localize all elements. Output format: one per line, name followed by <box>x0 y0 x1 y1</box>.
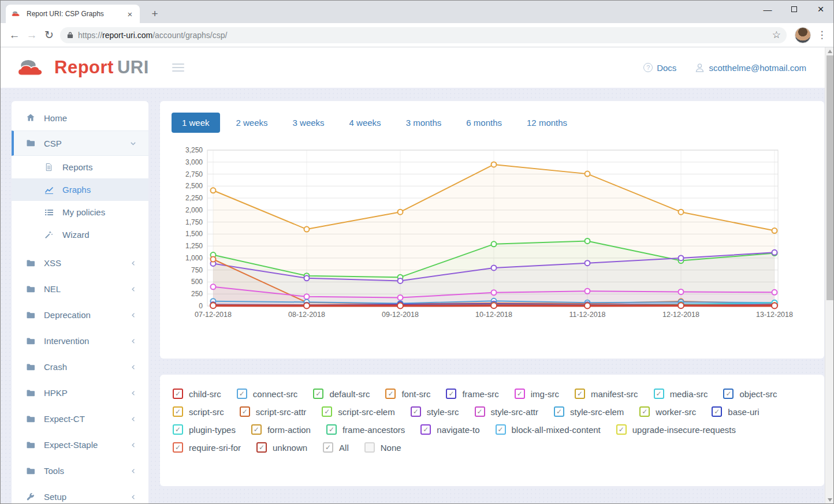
sidebar-item-csp[interactable]: CSP <box>12 130 148 156</box>
browser-menu-icon[interactable]: ⋮ <box>816 29 828 41</box>
filter-img-src[interactable]: ✓img-src <box>515 389 559 399</box>
checkbox-worker-src[interactable]: ✓ <box>639 406 650 417</box>
period-tab-3-months[interactable]: 3 months <box>397 113 450 133</box>
period-tab-2-weeks[interactable]: 2 weeks <box>228 113 277 133</box>
checkbox-manifest-src[interactable]: ✓ <box>575 389 585 399</box>
url-input[interactable]: https://report-uri.com/account/graphs/cs… <box>60 27 787 43</box>
filter-connect-src[interactable]: ✓connect-src <box>237 389 298 399</box>
checkbox-media-src[interactable]: ✓ <box>654 389 664 399</box>
bookmark-star-icon[interactable]: ☆ <box>772 29 781 41</box>
sidebar-item-deprecation[interactable]: Deprecation <box>12 302 148 328</box>
filter-frame-src[interactable]: ✓frame-src <box>446 389 498 399</box>
filter-worker-src[interactable]: ✓worker-src <box>639 406 696 417</box>
checkbox-style-src-elem[interactable]: ✓ <box>554 406 564 417</box>
docs-link[interactable]: ? Docs <box>643 63 676 73</box>
checkbox-style-src[interactable]: ✓ <box>411 406 421 417</box>
filter-style-src[interactable]: ✓style-src <box>411 406 459 417</box>
reload-icon[interactable]: ↻ <box>40 28 58 42</box>
sidebar-item-home[interactable]: Home <box>12 105 148 130</box>
filter-none[interactable]: None <box>364 442 401 453</box>
checkbox-navigate-to[interactable]: ✓ <box>420 424 431 435</box>
period-tab-6-months[interactable]: 6 months <box>457 113 511 133</box>
checkbox-none[interactable] <box>364 442 375 453</box>
checkbox-block-all-mixed-content[interactable]: ✓ <box>496 424 506 435</box>
filter-child-src[interactable]: ✓child-src <box>173 389 221 399</box>
sidebar-item-xss[interactable]: XSS <box>12 250 148 276</box>
scrollbar-thumb[interactable] <box>826 55 833 300</box>
checkbox-script-src-attr[interactable]: ✓ <box>240 406 250 417</box>
scrollbar-down-icon[interactable] <box>828 498 832 502</box>
checkbox-all[interactable]: ✓ <box>323 442 333 453</box>
sidebar-item-hpkp[interactable]: HPKP <box>12 380 148 406</box>
filter-navigate-to[interactable]: ✓navigate-to <box>420 424 479 435</box>
page-scrollbar[interactable] <box>825 47 834 504</box>
sidebar-item-nel[interactable]: NEL <box>12 276 148 302</box>
filter-script-src-attr[interactable]: ✓script-src-attr <box>240 406 307 417</box>
forward-icon[interactable]: → <box>23 29 40 42</box>
filter-require-sri-for[interactable]: ✓require-sri-for <box>173 442 241 453</box>
filter-base-uri[interactable]: ✓base-uri <box>712 406 759 417</box>
account-link[interactable]: scotthelme@hotmail.com <box>695 63 806 73</box>
sidebar-item-tools[interactable]: Tools <box>12 458 148 484</box>
filter-object-src[interactable]: ✓object-src <box>723 389 777 399</box>
checkbox-upgrade-insecure-requests[interactable]: ✓ <box>616 424 627 435</box>
checkbox-plugin-types[interactable]: ✓ <box>173 424 183 435</box>
checkbox-font-src[interactable]: ✓ <box>385 389 396 399</box>
filter-style-src-attr[interactable]: ✓style-src-attr <box>475 406 539 417</box>
checkbox-frame-ancestors[interactable]: ✓ <box>326 424 337 435</box>
new-tab-button[interactable]: + <box>147 6 163 22</box>
checkbox-connect-src[interactable]: ✓ <box>237 389 247 399</box>
period-tab-4-weeks[interactable]: 4 weeks <box>341 113 390 133</box>
period-tab-3-weeks[interactable]: 3 weeks <box>284 113 333 133</box>
browser-tab[interactable]: Report URI: CSP Graphs × <box>6 5 140 23</box>
profile-avatar[interactable] <box>795 27 811 43</box>
chevron-down-icon <box>129 140 137 147</box>
filter-media-src[interactable]: ✓media-src <box>654 389 708 399</box>
checkbox-unknown[interactable]: ✓ <box>256 442 267 453</box>
scrollbar-up-icon[interactable] <box>828 50 832 53</box>
sidebar-item-wizard[interactable]: Wizard <box>12 223 148 246</box>
checkbox-default-src[interactable]: ✓ <box>313 389 323 399</box>
hamburger-menu-icon[interactable] <box>172 64 184 72</box>
back-icon[interactable]: ← <box>6 29 23 42</box>
sidebar-item-my-policies[interactable]: My policies <box>12 201 148 223</box>
minimize-button[interactable]: — <box>754 0 781 18</box>
filter-style-src-elem[interactable]: ✓style-src-elem <box>554 406 624 417</box>
sidebar-item-setup[interactable]: Setup <box>12 484 148 504</box>
filter-upgrade-insecure-requests[interactable]: ✓upgrade-insecure-requests <box>616 424 736 435</box>
period-tab-12-months[interactable]: 12 months <box>518 113 576 133</box>
sidebar-item-reports[interactable]: Reports <box>12 156 148 178</box>
filter-frame-ancestors[interactable]: ✓frame-ancestors <box>326 424 405 435</box>
sidebar-item-intervention[interactable]: Intervention <box>12 328 148 354</box>
filter-block-all-mixed-content[interactable]: ✓block-all-mixed-content <box>496 424 601 435</box>
checkbox-script-src-elem[interactable]: ✓ <box>322 406 332 417</box>
filter-script-src-elem[interactable]: ✓script-src-elem <box>322 406 394 417</box>
sidebar-item-graphs[interactable]: Graphs <box>12 178 148 201</box>
filter-default-src[interactable]: ✓default-src <box>313 389 370 399</box>
report-uri-logo[interactable]: ReportURI <box>17 57 149 78</box>
sidebar-item-crash[interactable]: Crash <box>12 354 148 380</box>
filter-form-action[interactable]: ✓form-action <box>251 424 311 435</box>
maximize-button[interactable] <box>781 0 807 18</box>
filter-script-src[interactable]: ✓script-src <box>173 406 224 417</box>
directive-filters-card: ✓child-src✓connect-src✓default-src✓font-… <box>160 375 824 486</box>
filter-unknown[interactable]: ✓unknown <box>256 442 307 453</box>
checkbox-object-src[interactable]: ✓ <box>723 389 734 399</box>
checkbox-frame-src[interactable]: ✓ <box>446 389 456 399</box>
checkbox-base-uri[interactable]: ✓ <box>712 406 722 417</box>
filter-all[interactable]: ✓All <box>323 442 349 453</box>
sidebar-item-expect-staple[interactable]: Expect-Staple <box>12 432 148 458</box>
checkbox-require-sri-for[interactable]: ✓ <box>173 442 183 453</box>
checkbox-script-src[interactable]: ✓ <box>173 406 183 417</box>
checkbox-form-action[interactable]: ✓ <box>251 424 262 435</box>
close-window-button[interactable]: × <box>807 0 834 18</box>
checkbox-style-src-attr[interactable]: ✓ <box>475 406 485 417</box>
period-tab-1-week[interactable]: 1 week <box>172 113 220 133</box>
checkbox-child-src[interactable]: ✓ <box>173 389 183 399</box>
checkbox-img-src[interactable]: ✓ <box>515 389 525 399</box>
tab-close-icon[interactable]: × <box>125 9 135 19</box>
filter-font-src[interactable]: ✓font-src <box>385 389 430 399</box>
filter-plugin-types[interactable]: ✓plugin-types <box>173 424 236 435</box>
filter-manifest-src[interactable]: ✓manifest-src <box>575 389 638 399</box>
sidebar-item-expect-ct[interactable]: Expect-CT <box>12 406 148 432</box>
